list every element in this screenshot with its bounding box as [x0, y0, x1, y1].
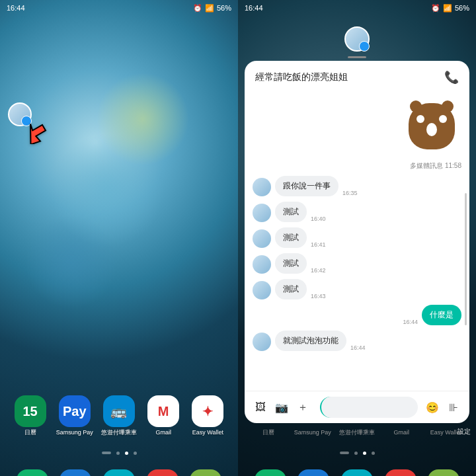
- camera-icon[interactable]: 📷: [275, 401, 288, 414]
- alarm-icon: ⏰: [431, 4, 440, 13]
- wifi-icon: 📶: [205, 4, 214, 13]
- page-indicator: [238, 452, 476, 455]
- status-bar: 16:44 ⏰ 📶 56%: [238, 0, 476, 16]
- status-time: 16:44: [7, 4, 25, 12]
- scrollbar[interactable]: [465, 193, 467, 325]
- app-label: Gmail: [155, 430, 171, 436]
- message-bubble[interactable]: 就測試泡泡功能: [275, 331, 346, 351]
- hotseat-app[interactable]: [190, 469, 221, 476]
- voice-icon[interactable]: ⊪: [447, 401, 460, 414]
- hotseat-app[interactable]: [147, 469, 178, 476]
- message-input[interactable]: [320, 397, 418, 418]
- app-label: Samsung Pay: [56, 430, 93, 436]
- message-row: 測試16:43: [253, 279, 461, 299]
- avatar: [253, 178, 271, 196]
- message-time: 16:42: [311, 267, 326, 274]
- app-label: 日曆: [249, 430, 288, 436]
- app-icon: Pay: [59, 395, 91, 427]
- message-row: 測試16:40: [253, 202, 461, 222]
- message-bubble[interactable]: 測試: [275, 202, 307, 222]
- app-dock: 15日曆PaySamsung Pay🚌悠遊付嗶乘車MGmail✦Easy Wal…: [0, 395, 238, 436]
- app-悠遊付嗶乘車: 悠遊付嗶乘車: [337, 430, 377, 436]
- message-time: 16:43: [311, 293, 326, 299]
- app-Easy Wallet[interactable]: ✦Easy Wallet: [188, 395, 227, 436]
- message-time: 16:44: [403, 319, 418, 325]
- message-time: 16:41: [311, 241, 326, 248]
- plus-icon[interactable]: ＋: [296, 401, 309, 415]
- hotseat-app[interactable]: [103, 469, 135, 476]
- page-indicator: [0, 452, 238, 455]
- hotseat-app[interactable]: [298, 469, 329, 476]
- avatar: [253, 281, 271, 299]
- sticker-message: [253, 91, 461, 161]
- message-row: 就測試泡泡功能16:44: [253, 331, 461, 351]
- app-label: Easy Wallet: [192, 430, 223, 436]
- message-bubble[interactable]: 測試: [275, 279, 307, 299]
- chat-bubble-expanded[interactable]: [344, 26, 370, 52]
- app-icon: M: [147, 395, 179, 427]
- hotseat: [0, 469, 238, 476]
- message-bubble[interactable]: 什麼是: [422, 305, 461, 325]
- message-time: 16:40: [311, 216, 326, 222]
- app-日曆: 日曆: [249, 430, 288, 436]
- hotseat-app[interactable]: [17, 469, 48, 476]
- app-Samsung Pay: Samsung Pay: [293, 430, 333, 436]
- app-label: 日曆: [24, 430, 36, 436]
- alarm-icon: ⏰: [193, 4, 202, 13]
- app-日曆[interactable]: 15日曆: [11, 395, 50, 436]
- hotseat-app[interactable]: [60, 469, 91, 476]
- message-row: 跟你說一件事16:35: [253, 176, 461, 196]
- app-Samsung Pay[interactable]: PaySamsung Pay: [55, 395, 95, 436]
- hotseat-app[interactable]: [385, 469, 416, 476]
- hotseat-app[interactable]: [428, 469, 459, 476]
- app-Gmail[interactable]: MGmail: [143, 395, 183, 436]
- message-row: 16:44什麼是: [253, 305, 461, 325]
- message-row: 測試16:41: [253, 227, 461, 248]
- hotseat-app[interactable]: [341, 469, 373, 476]
- home-screen-left: 16:44 ⏰ 📶 56% 15日曆PaySamsung Pay🚌悠遊付嗶乘車M…: [0, 0, 238, 476]
- avatar: [253, 255, 271, 274]
- app-悠遊付嗶乘車[interactable]: 🚌悠遊付嗶乘車: [99, 395, 139, 436]
- status-time: 16:44: [245, 4, 263, 12]
- pointer-arrow: [21, 118, 48, 144]
- avatar: [253, 333, 271, 351]
- drag-handle[interactable]: [348, 56, 366, 58]
- message-bubble[interactable]: 測試: [275, 227, 307, 248]
- sticker-meta: 多媒體訊息 11:58: [253, 161, 461, 176]
- message-time: 16:35: [342, 190, 358, 196]
- hotseat-app[interactable]: [255, 469, 286, 476]
- app-icon: ✦: [192, 395, 223, 427]
- chat-input-bar: 🖼 📷 ＋ 😊 ⊪: [245, 391, 469, 423]
- battery-text: 56%: [455, 4, 469, 12]
- app-label: Gmail: [381, 430, 421, 436]
- emoji-icon[interactable]: 😊: [426, 401, 439, 414]
- dimmed-dock: 日曆Samsung Pay悠遊付嗶乘車GmailEasy Wallet: [238, 430, 476, 436]
- chat-panel: 經常請吃飯的漂亮姐姐 📞 多媒體訊息 11:58 跟你說一件事16:35測試16…: [245, 61, 469, 423]
- app-Gmail: Gmail: [381, 430, 421, 436]
- app-icon: 🚌: [103, 395, 135, 427]
- chat-body[interactable]: 多媒體訊息 11:58 跟你說一件事16:35測試16:40測試16:41測試1…: [245, 91, 469, 391]
- app-label: Samsung Pay: [293, 430, 333, 436]
- message-bubble[interactable]: 跟你說一件事: [275, 176, 338, 196]
- app-label: 悠遊付嗶乘車: [101, 430, 137, 436]
- wifi-icon: 📶: [443, 4, 452, 13]
- app-icon: 15: [15, 395, 46, 427]
- status-bar: 16:44 ⏰ 📶 56%: [0, 0, 238, 16]
- call-icon[interactable]: 📞: [444, 70, 459, 85]
- avatar: [253, 204, 271, 222]
- chat-title: 經常請吃飯的漂亮姐姐: [255, 71, 348, 83]
- message-bubble[interactable]: 測試: [275, 253, 307, 274]
- gallery-icon[interactable]: 🖼: [254, 401, 267, 413]
- battery-text: 56%: [217, 4, 231, 12]
- chat-header: 經常請吃飯的漂亮姐姐 📞: [245, 61, 469, 91]
- message-row: 測試16:42: [253, 253, 461, 274]
- app-label: 悠遊付嗶乘車: [337, 430, 377, 436]
- home-screen-right: 16:44 ⏰ 📶 56% 經常請吃飯的漂亮姐姐 📞: [238, 0, 476, 476]
- avatar: [253, 229, 271, 248]
- settings-link[interactable]: 設定: [457, 427, 471, 436]
- hotseat: [238, 469, 476, 476]
- message-time: 16:44: [350, 344, 366, 351]
